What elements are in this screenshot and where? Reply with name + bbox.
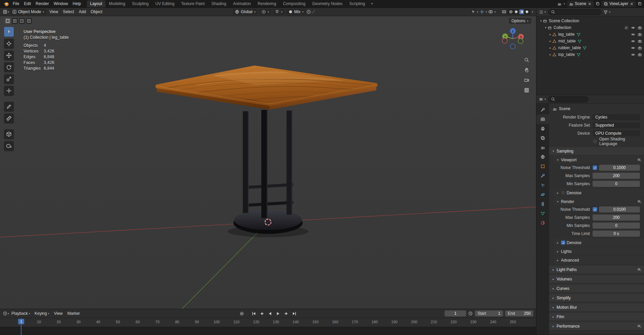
new-scene-icon[interactable] [596, 2, 600, 6]
workspace-tab-texture-paint[interactable]: Texture Paint [178, 0, 208, 7]
workspace-tab-shading[interactable]: Shading [208, 0, 230, 7]
tab-object-data[interactable] [536, 209, 549, 218]
current-frame-field[interactable]: 1 [445, 310, 466, 316]
tree-row-collection[interactable]: ▾ Collection ✓ [536, 24, 644, 31]
exclude-checkbox[interactable]: ✓ [624, 26, 629, 30]
tree-row-object[interactable]: ▸ leg_table [536, 31, 644, 38]
proportional-edit-icon[interactable] [306, 9, 311, 14]
tab-constraints[interactable] [536, 199, 549, 209]
max-samples-field[interactable]: 200 [593, 173, 640, 179]
eye-icon[interactable] [631, 53, 635, 57]
select-box-tool[interactable] [4, 27, 14, 37]
menu-object[interactable]: Object [88, 8, 105, 16]
noise-threshold-checkbox[interactable] [593, 207, 597, 212]
properties-search-input[interactable] [548, 96, 589, 102]
min-samples-field[interactable]: 0 [593, 181, 640, 187]
mode-select[interactable]: Object Mode ▾ [10, 9, 46, 15]
tab-world[interactable] [536, 152, 549, 162]
noise-threshold-field[interactable]: 0.1000 [599, 165, 640, 171]
add-cube-tool[interactable] [4, 129, 14, 139]
presets-icon[interactable] [637, 199, 642, 204]
annotate-tool[interactable] [4, 102, 14, 111]
select-mode-intersect-button[interactable] [26, 18, 32, 24]
tab-material[interactable] [536, 218, 549, 228]
workspace-tab-scripting[interactable]: Scripting [346, 0, 369, 7]
denoise-checkbox[interactable] [561, 191, 565, 195]
snap-toggle[interactable]: ▾ [273, 9, 285, 15]
gizmos-toggle-icon[interactable] [480, 9, 484, 14]
tab-object[interactable] [536, 162, 549, 171]
presets-icon[interactable] [637, 267, 642, 272]
simplify-panel-header[interactable]: ▸ Simplify [549, 294, 644, 302]
previous-keyframe-button[interactable] [259, 310, 266, 317]
tab-output[interactable] [536, 124, 549, 133]
eye-icon[interactable] [631, 39, 635, 43]
tree-row-scene-collection[interactable]: ▾ Scene Collection [536, 18, 644, 24]
gizmo-neg-x-axis[interactable] [502, 38, 507, 43]
tree-row-object[interactable]: ▸ mid_table [536, 38, 644, 44]
max-samples-field[interactable]: 200 [593, 214, 640, 221]
add-primitive-tool[interactable] [4, 141, 14, 151]
move-tool[interactable] [4, 51, 14, 60]
workspace-tab-animation[interactable]: Animation [230, 0, 254, 7]
transform-tool[interactable] [4, 86, 14, 96]
cursor-tool[interactable] [4, 39, 14, 48]
3d-viewport[interactable]: Options ▾ User Perspective [0, 16, 536, 309]
perspective-toggle-icon[interactable] [524, 88, 529, 93]
device-select[interactable]: GPU Compute [593, 130, 640, 136]
expand-icon[interactable]: ▸ [548, 53, 552, 56]
add-workspace-button[interactable]: + [369, 0, 376, 7]
start-frame-field[interactable]: Start1 [475, 310, 503, 316]
expand-icon[interactable]: ▾ [544, 26, 547, 29]
eye-icon[interactable] [631, 46, 635, 50]
unlink-scene-icon[interactable] [588, 2, 592, 6]
expand-icon[interactable]: ▸ [548, 33, 552, 36]
camera-icon[interactable] [638, 53, 642, 57]
expand-icon[interactable]: ▸ [548, 39, 552, 43]
lights-panel-header[interactable]: ▸ Lights [554, 247, 644, 255]
new-view-layer-icon[interactable] [638, 2, 642, 6]
tree-row-object[interactable]: ▸ top_table [536, 51, 644, 58]
shading-material-button[interactable] [519, 9, 524, 14]
workspace-tab-modeling[interactable]: Modeling [106, 0, 129, 7]
playback-menu[interactable]: Playback▾ [9, 311, 33, 316]
menu-window[interactable]: Window [51, 0, 70, 7]
sampling-panel-header[interactable]: ▾ Sampling [549, 147, 644, 155]
scale-tool[interactable] [4, 74, 14, 84]
blender-logo-icon[interactable] [3, 1, 9, 7]
filter-icon[interactable] [603, 10, 608, 14]
tab-physics[interactable] [536, 190, 549, 199]
pivot-select[interactable]: ▾ [259, 9, 271, 15]
editor-type-icon[interactable] [539, 10, 543, 14]
camera-view-icon[interactable] [524, 77, 529, 83]
tab-view-layer[interactable] [536, 133, 549, 143]
selectability-icon[interactable] [471, 9, 476, 14]
render-engine-select[interactable]: Cycles [593, 114, 640, 120]
shading-solid-button[interactable] [514, 9, 519, 14]
unlink-view-layer-icon[interactable] [630, 2, 634, 6]
table-legs[interactable] [243, 110, 293, 218]
menu-view[interactable]: View [47, 8, 61, 16]
eye-icon[interactable] [631, 32, 635, 37]
feature-set-select[interactable]: Supported [593, 122, 640, 128]
gizmo-neg-z-axis[interactable] [510, 44, 516, 49]
current-frame-marker[interactable]: 1 [18, 319, 24, 324]
time-limit-field[interactable]: 0 s [593, 231, 640, 237]
zoom-icon[interactable] [524, 57, 529, 63]
next-keyframe-button[interactable] [283, 310, 290, 317]
camera-icon[interactable] [638, 39, 642, 43]
editor-type-icon[interactable] [3, 311, 7, 316]
workspace-tab-uv-editing[interactable]: UV Editing [152, 0, 178, 7]
workspace-tab-sculpting[interactable]: Sculpting [129, 0, 152, 7]
scene-selector[interactable]: Scene [567, 1, 594, 7]
navigation-gizmo[interactable]: Z X Y [498, 23, 528, 53]
tree-row-object[interactable]: ▸ rubber_table [536, 44, 644, 51]
curves-panel-header[interactable]: ▸ Curves [549, 284, 644, 292]
3d-scene[interactable] [0, 16, 536, 309]
gizmo-neg-y-axis[interactable] [518, 39, 523, 44]
shading-wireframe-button[interactable] [508, 9, 513, 14]
workspace-tab-compositing[interactable]: Compositing [279, 0, 309, 7]
workspace-tab-geometry-nodes[interactable]: Geometry Nodes [309, 0, 346, 7]
noise-threshold-checkbox[interactable] [593, 165, 597, 170]
timeline-view-menu[interactable]: View [51, 309, 65, 318]
